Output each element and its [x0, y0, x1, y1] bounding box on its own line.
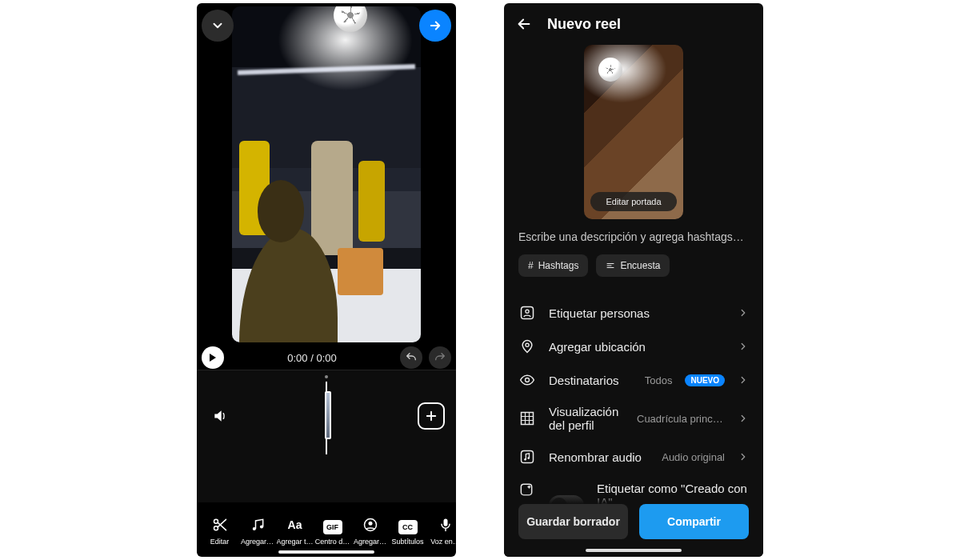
row-profile-view[interactable]: Visualización del perfil Cuadrícula prin… [504, 397, 763, 440]
row-location[interactable]: Agregar ubicación [504, 330, 763, 363]
avatar-icon [361, 515, 380, 534]
scene-person-yellow-2 [358, 161, 385, 242]
tool-captions[interactable]: CC Subtítulos [390, 520, 426, 546]
edit-cover-button[interactable]: Editar portada [590, 192, 677, 211]
arrow-left-icon [515, 15, 533, 33]
chevron-down-icon [210, 18, 225, 33]
tool-label: Subtítulos [391, 538, 423, 546]
collapse-button[interactable] [202, 10, 234, 42]
cover-preview[interactable]: Editar portada [584, 45, 683, 219]
grid-icon [518, 410, 536, 427]
mic-icon [436, 515, 455, 534]
tool-label: Centro d… [315, 538, 350, 546]
compose-screen: Nuevo reel Editar portada Escribe una de… [504, 3, 763, 557]
redo-icon [434, 351, 446, 364]
timeline-center-dot [325, 375, 328, 378]
play-button[interactable] [202, 346, 224, 369]
compose-header: Nuevo reel [504, 3, 763, 45]
row-label: Visualización del perfil [549, 405, 624, 432]
hash-icon: # [528, 260, 534, 271]
chip-label: Hashtags [538, 260, 579, 271]
cover-wrap: Editar portada [504, 45, 763, 219]
sound-toggle-button[interactable] [208, 404, 232, 428]
tool-edit[interactable]: Editar [202, 515, 238, 546]
editor-toolbar: Editar Agregar… Aa Agregar t… GIF Centro… [197, 502, 456, 547]
tool-add-text[interactable]: Aa Agregar t… [277, 515, 313, 546]
description-input[interactable]: Escribe una descripción y agrega hashtag… [504, 230, 763, 254]
svg-point-14 [527, 457, 530, 459]
hashtags-chip[interactable]: # Hashtags [518, 254, 588, 277]
tool-label: Agregar t… [277, 538, 313, 546]
tool-label: Voz en… [430, 538, 456, 546]
poll-icon [606, 261, 615, 270]
svg-point-13 [524, 458, 526, 461]
undo-button[interactable] [400, 346, 422, 369]
svg-point-2 [252, 527, 255, 530]
location-icon [518, 338, 536, 355]
save-draft-button[interactable]: Guardar borrador [518, 504, 628, 539]
chip-label: Encuesta [620, 260, 660, 271]
poll-chip[interactable]: Encuesta [596, 254, 670, 277]
next-button[interactable] [419, 10, 451, 42]
row-tag-people[interactable]: Etiquetar personas [504, 296, 763, 330]
share-button[interactable]: Compartir [639, 504, 749, 539]
svg-rect-6 [443, 519, 447, 526]
tool-add-music[interactable]: Agregar… [239, 515, 275, 546]
row-recipients[interactable]: Destinatarios Todos NUEVO [504, 363, 763, 397]
row-value: Audio original [662, 451, 725, 463]
editor-screen: 0:00 / 0:00 Editar Agregar… A [197, 3, 456, 557]
svg-point-10 [526, 378, 530, 382]
svg-point-5 [368, 522, 372, 526]
audio-rename-icon [518, 448, 536, 466]
eye-icon [518, 371, 536, 389]
tool-voiceover[interactable]: Voz en… [427, 515, 456, 546]
scene-ceiling-light [238, 64, 415, 75]
svg-point-9 [526, 343, 529, 346]
svg-point-3 [259, 525, 262, 528]
row-value: Todos [645, 374, 673, 386]
chevron-right-icon [738, 341, 749, 352]
compose-title: Nuevo reel [547, 16, 621, 33]
svg-rect-12 [522, 451, 534, 463]
speaker-icon [212, 408, 228, 424]
row-value: Cuadrícula princi… [637, 413, 725, 425]
timeline-tracks[interactable] [197, 370, 456, 502]
clip-thumb[interactable] [325, 391, 331, 439]
row-label: Etiquetar personas [549, 306, 725, 320]
redo-button[interactable] [429, 346, 451, 369]
back-button[interactable] [515, 15, 533, 33]
home-indicator [586, 549, 682, 552]
chips-row: # Hashtags Encuesta [504, 254, 763, 291]
tool-label: Editar [210, 538, 230, 546]
undo-icon [405, 351, 418, 364]
scissors-icon [210, 515, 230, 534]
scene-person-beige [311, 141, 353, 255]
video-preview[interactable] [232, 6, 421, 342]
row-rename-audio[interactable]: Renombrar audio Audio original [504, 440, 763, 474]
home-indicator [278, 550, 374, 554]
chevron-right-icon [738, 307, 749, 318]
soccer-ball-icon [334, 6, 367, 32]
svg-rect-11 [522, 413, 534, 425]
add-clip-button[interactable] [418, 402, 445, 430]
tool-add-avatar[interactable]: Agregar… [352, 515, 388, 546]
new-badge: NUEVO [685, 374, 725, 386]
tool-label: Agregar… [354, 538, 386, 546]
editor-preview-area: 0:00 / 0:00 [197, 3, 456, 370]
music-icon [248, 515, 267, 534]
compose-bottom-bar: Guardar borrador Compartir [504, 493, 763, 557]
tag-people-icon [518, 304, 536, 322]
soccer-ball-icon [598, 58, 622, 82]
row-label: Destinatarios [549, 374, 632, 387]
scene-chair [338, 248, 383, 295]
arrow-right-icon [428, 18, 442, 33]
tool-label: Agregar… [241, 538, 274, 546]
svg-point-8 [526, 310, 529, 313]
plus-icon [424, 409, 438, 423]
timecode: 0:00 / 0:00 [230, 352, 394, 364]
chevron-right-icon [738, 374, 749, 386]
text-icon: Aa [286, 515, 305, 534]
time-bar: 0:00 / 0:00 [202, 346, 451, 370]
tool-sticker-center[interactable]: GIF Centro d… [314, 520, 350, 546]
cc-icon: CC [398, 520, 418, 534]
